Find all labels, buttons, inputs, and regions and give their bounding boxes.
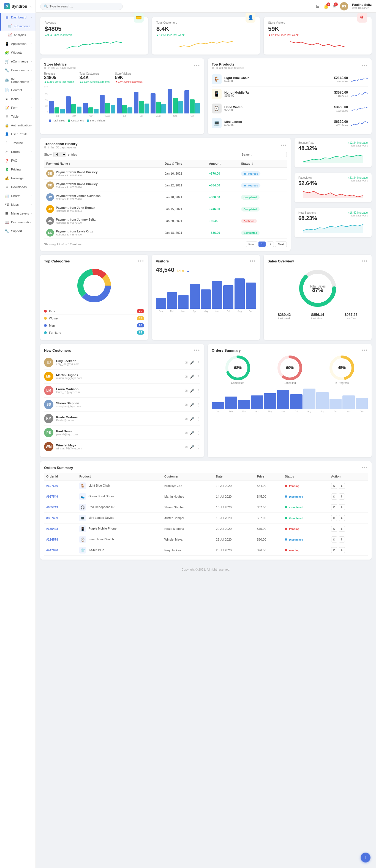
visitors-arrow[interactable]: ▲ bbox=[187, 269, 190, 272]
customer-actions[interactable]: ✉ 🎤 ⋮ bbox=[185, 374, 200, 379]
sidebar-item-pricing[interactable]: 💲 Pricing bbox=[0, 165, 35, 174]
grid-icon[interactable]: ⊞ bbox=[316, 4, 320, 9]
sales-menu[interactable]: ••• bbox=[362, 258, 368, 264]
more-icon[interactable]: ⋮ bbox=[196, 431, 200, 435]
new-customers-menu[interactable]: ••• bbox=[194, 348, 200, 353]
sidebar-item-table[interactable]: ⊞ Table bbox=[0, 112, 35, 121]
more-icon[interactable]: ⋮ bbox=[196, 389, 200, 393]
sidebar-item-timeline[interactable]: ⏱ Timeline bbox=[0, 138, 35, 147]
more-icon[interactable]: ⋮ bbox=[196, 417, 200, 421]
phone-icon[interactable]: 🎤 bbox=[190, 389, 194, 393]
customer-actions[interactable]: ✉ 🎤 ⋮ bbox=[185, 361, 200, 365]
messages-btn[interactable]: ✉ 5 bbox=[333, 4, 336, 9]
order-settings-btn[interactable]: ⚙ bbox=[331, 547, 337, 553]
more-icon[interactable]: ⋮ bbox=[196, 374, 200, 379]
page-2-btn[interactable]: 2 bbox=[267, 242, 274, 247]
right-stats-column: Bounce Rate 48.32% +12.34 Increase From … bbox=[294, 138, 372, 251]
customer-actions[interactable]: ✉ 🎤 ⋮ bbox=[185, 389, 200, 393]
mail-icon[interactable]: ✉ bbox=[185, 431, 188, 435]
phone-icon[interactable]: 🎤 bbox=[190, 445, 194, 449]
order-download-btn[interactable]: ⬇ bbox=[339, 536, 345, 542]
customer-actions[interactable]: ✉ 🎤 ⋮ bbox=[185, 403, 200, 407]
order-download-btn[interactable]: ⬇ bbox=[339, 494, 345, 500]
order-download-btn[interactable]: ⬇ bbox=[339, 515, 345, 521]
order-settings-btn[interactable]: ⚙ bbox=[331, 515, 337, 521]
sidebar-item-ecommerce[interactable]: 🛒 eCommerce bbox=[0, 22, 35, 31]
sidebar-item-ng-components[interactable]: ⚙️ ng-Components › bbox=[0, 74, 35, 86]
svg-text:87%: 87% bbox=[312, 287, 323, 293]
categories-menu[interactable]: ••• bbox=[138, 258, 144, 264]
more-icon[interactable]: ⋮ bbox=[196, 445, 200, 449]
sidebar-item-analytics[interactable]: 📈 Analytics bbox=[0, 31, 35, 39]
sidebar-item-documentation[interactable]: 📖 Documentation bbox=[0, 218, 35, 227]
sidebar-item-earnings[interactable]: 💰 Earnings bbox=[0, 174, 35, 183]
customer-actions[interactable]: ✉ 🎤 ⋮ bbox=[185, 445, 200, 449]
order-download-btn[interactable]: ⬇ bbox=[339, 547, 345, 553]
entries-select[interactable]: 6102550 bbox=[53, 152, 66, 157]
mail-icon[interactable]: ✉ bbox=[185, 374, 188, 379]
order-settings-btn[interactable]: ⚙ bbox=[331, 526, 337, 532]
transaction-search[interactable] bbox=[254, 152, 287, 157]
orders-table-menu[interactable]: ••• bbox=[362, 465, 368, 470]
sidebar-collapse-btn[interactable]: ‹ bbox=[30, 4, 32, 8]
notifications-btn[interactable]: 🔔 1 bbox=[323, 4, 328, 9]
customer-actions[interactable]: ✉ 🎤 ⋮ bbox=[185, 417, 200, 421]
sidebar-item-menu-levels[interactable]: ☰ Menu Levels › bbox=[0, 209, 35, 218]
sidebar-item-authentication[interactable]: 🔒 Authentication › bbox=[0, 121, 35, 130]
sidebar-item-errors[interactable]: ⚠ Errors › bbox=[0, 147, 35, 156]
search-input[interactable] bbox=[50, 5, 119, 8]
order-download-btn[interactable]: ⬇ bbox=[339, 526, 345, 532]
order-download-btn[interactable]: ⬇ bbox=[339, 504, 345, 510]
more-icon[interactable]: ⋮ bbox=[196, 361, 200, 365]
order-settings-btn[interactable]: ⚙ bbox=[331, 536, 337, 542]
next-btn[interactable]: Next bbox=[275, 242, 287, 247]
order-settings-btn[interactable]: ⚙ bbox=[331, 504, 337, 510]
orders-bar bbox=[316, 392, 328, 409]
transaction-menu[interactable]: ••• bbox=[281, 143, 287, 148]
visitors-bar bbox=[178, 295, 189, 309]
search-bar[interactable]: 🔍 bbox=[40, 3, 123, 10]
visitors-labels: JanFebMarAprMayJunJulAugSep bbox=[156, 310, 256, 313]
orders-summary-menu[interactable]: ••• bbox=[362, 348, 368, 353]
sidebar-item-components[interactable]: 🔧 Components › bbox=[0, 66, 35, 74]
visitors-menu[interactable]: ••• bbox=[250, 258, 256, 264]
page-1-btn[interactable]: 1 bbox=[258, 242, 265, 247]
visitors-section-card: Visitors ••• 43,540 4.4 ★ ▲ JanFebMarApr… bbox=[152, 255, 260, 340]
sidebar-item-icons[interactable]: ★ Icons › bbox=[0, 94, 35, 103]
sidebar-item-downloads[interactable]: ⬇ Downloads bbox=[0, 183, 35, 191]
sidebar-item-form[interactable]: 📝 Form › bbox=[0, 103, 35, 112]
chevron-icon: › bbox=[31, 194, 32, 197]
sidebar-item-dashboard[interactable]: ⊞ Dashboard › bbox=[0, 13, 35, 22]
prev-btn[interactable]: Prev bbox=[246, 242, 258, 247]
order-settings-btn[interactable]: ⚙ bbox=[331, 483, 337, 489]
sidebar: S Syndron ‹ ⊞ Dashboard ›🛒 eCommerce 📈 A… bbox=[0, 0, 36, 580]
mail-icon[interactable]: ✉ bbox=[185, 389, 188, 393]
order-settings-btn[interactable]: ⚙ bbox=[331, 494, 337, 500]
phone-icon[interactable]: 🎤 bbox=[190, 361, 194, 365]
sidebar-item-widgets[interactable]: 🧩 Widgets bbox=[0, 48, 35, 57]
phone-icon[interactable]: 🎤 bbox=[190, 403, 194, 407]
phone-icon[interactable]: 🎤 bbox=[190, 431, 194, 435]
top-products-menu[interactable]: ••• bbox=[362, 63, 368, 68]
sidebar-item-support[interactable]: 🔧 Support bbox=[0, 227, 35, 236]
customer-name: Martin Hughes bbox=[162, 491, 214, 502]
sidebar-item-content[interactable]: 📄 Content › bbox=[0, 86, 35, 94]
sidebar-item-ecommerce2[interactable]: 🛒 eCommerce › bbox=[0, 57, 35, 66]
more-icon[interactable]: ⋮ bbox=[196, 403, 200, 407]
sidebar-item-user-profile[interactable]: 👤 User Profile bbox=[0, 130, 35, 138]
mail-icon[interactable]: ✉ bbox=[185, 445, 188, 449]
sidebar-item-maps[interactable]: 🗺 Maps › bbox=[0, 200, 35, 209]
search-icon: 🔍 bbox=[44, 4, 48, 8]
sidebar-item-charts[interactable]: 📊 Charts › bbox=[0, 191, 35, 200]
phone-icon[interactable]: 🎤 bbox=[190, 417, 194, 421]
phone-icon[interactable]: 🎤 bbox=[190, 374, 194, 379]
sidebar-item-faq[interactable]: ❓ FAQ bbox=[0, 156, 35, 165]
mail-icon[interactable]: ✉ bbox=[185, 403, 188, 407]
user-avatar[interactable]: PS bbox=[340, 2, 348, 10]
store-metrics-menu[interactable]: ••• bbox=[194, 63, 200, 68]
order-download-btn[interactable]: ⬇ bbox=[339, 483, 345, 489]
mail-icon[interactable]: ✉ bbox=[185, 361, 188, 365]
customer-actions[interactable]: ✉ 🎤 ⋮ bbox=[185, 431, 200, 435]
mail-icon[interactable]: ✉ bbox=[185, 417, 188, 421]
sidebar-item-application[interactable]: 📱 Application › bbox=[0, 39, 35, 48]
